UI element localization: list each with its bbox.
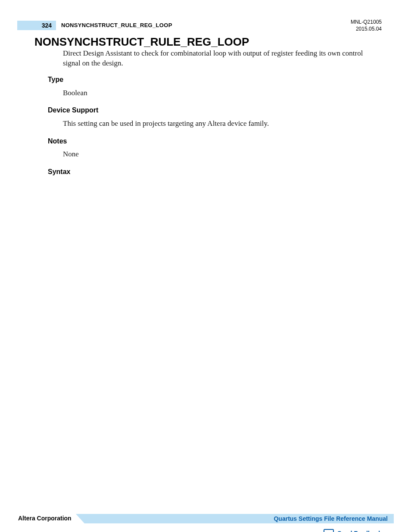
footer-row: Altera Corporation Quartus Settings File… [17,513,394,523]
doc-id-block: MNL-Q21005 2015.05.04 [351,19,382,32]
section-label-syntax: Syntax [48,168,70,176]
send-feedback-link[interactable]: Send Feedback [324,529,382,532]
type-value: Boolean [63,88,381,98]
page-number-box: 324 [17,21,56,30]
footer-bar: Quartus Settings File Reference Manual [84,514,394,523]
send-feedback-label: Send Feedback [337,530,382,532]
doc-id: MNL-Q21005 [351,19,382,26]
device-support-value: This setting can be used in projects tar… [63,119,381,129]
section-label-device-support: Device Support [48,106,98,114]
doc-date: 2015.05.04 [351,26,382,33]
section-label-type: Type [48,76,63,84]
page-title: NONSYNCHSTRUCT_RULE_REG_LOOP [34,35,249,49]
page-number: 324 [42,22,52,29]
page: 324 NONSYNCHSTRUCT_RULE_REG_LOOP MNL-Q21… [0,0,411,532]
notes-value: None [63,149,381,159]
running-header-title: NONSYNCHSTRUCT_RULE_REG_LOOP [61,22,172,28]
speech-bubble-icon [324,529,334,532]
corporation-name: Altera Corporation [18,515,72,522]
description-text: Direct Design Assistant to check for com… [63,49,381,68]
manual-link[interactable]: Quartus Settings File Reference Manual [274,515,388,522]
section-label-notes: Notes [48,137,67,145]
page-header: 324 NONSYNCHSTRUCT_RULE_REG_LOOP MNL-Q21… [17,19,394,32]
